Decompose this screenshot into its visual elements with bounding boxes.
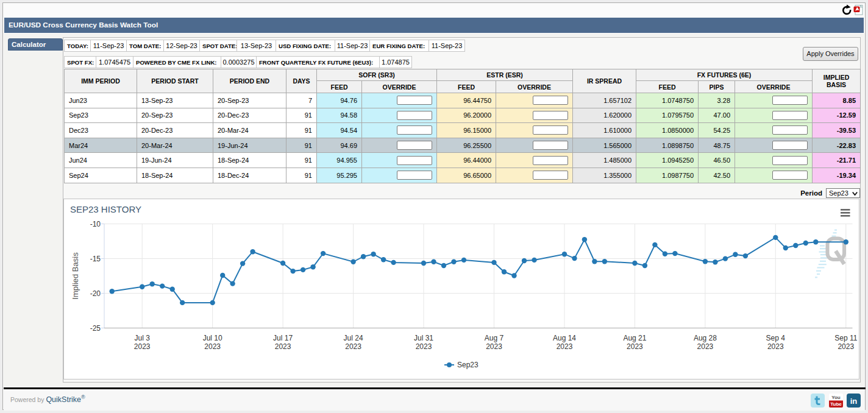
svg-text:2023: 2023: [416, 342, 432, 351]
svg-text:Tube: Tube: [830, 401, 842, 407]
svg-text:Jul 3: Jul 3: [135, 334, 151, 342]
svg-text:SEP23 HISTORY: SEP23 HISTORY: [70, 204, 141, 214]
svg-text:2023: 2023: [838, 342, 854, 351]
svg-text:-25: -25: [90, 324, 101, 333]
svg-text:Aug 21: Aug 21: [623, 334, 646, 342]
svg-text:Jul 10: Jul 10: [203, 334, 222, 342]
svg-text:-20: -20: [90, 289, 101, 298]
svg-text:2023: 2023: [557, 342, 573, 351]
svg-text:You: You: [831, 394, 841, 400]
svg-text:2023: 2023: [486, 342, 502, 351]
svg-text:Aug 28: Aug 28: [694, 334, 717, 342]
svg-text:Sep23: Sep23: [457, 361, 478, 369]
svg-text:2023: 2023: [767, 342, 784, 351]
svg-text:-15: -15: [90, 255, 101, 263]
svg-text:2023: 2023: [345, 342, 361, 351]
svg-text:2023: 2023: [627, 342, 643, 351]
svg-text:Aug 7: Aug 7: [485, 334, 504, 342]
svg-text:Aug 14: Aug 14: [553, 334, 576, 342]
svg-text:2023: 2023: [204, 342, 221, 351]
svg-text:2023: 2023: [134, 342, 151, 351]
svg-text:Jul 17: Jul 17: [273, 334, 293, 342]
svg-text:2023: 2023: [275, 342, 291, 351]
svg-text:Sep 11: Sep 11: [834, 334, 857, 342]
svg-text:2023: 2023: [697, 342, 714, 351]
svg-text:Sep 4: Sep 4: [766, 334, 786, 342]
svg-text:Implied Basis: Implied Basis: [71, 252, 80, 300]
svg-text:Jul 31: Jul 31: [414, 334, 433, 342]
svg-text:-10: -10: [90, 220, 101, 228]
svg-text:Jul 24: Jul 24: [344, 334, 363, 342]
svg-text:in: in: [850, 397, 858, 406]
